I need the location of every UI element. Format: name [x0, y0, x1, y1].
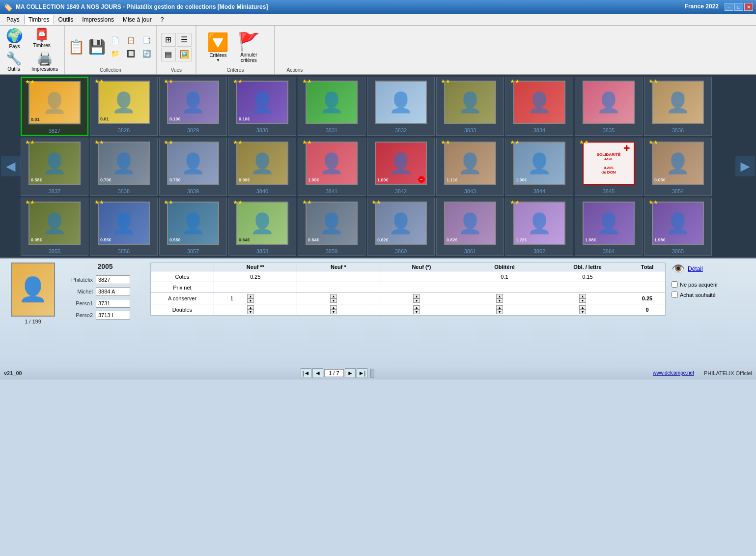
view-btn-1[interactable]: ⊞ — [161, 33, 176, 47]
criteres-button[interactable]: 🔽 Critères ▼ — [207, 32, 229, 62]
collection-icon-1[interactable]: 📋 — [67, 37, 86, 57]
collection-icon-3[interactable]: 📄 — [108, 34, 123, 47]
stamp-3858[interactable]: ★★ 0.64€ 👤 3858 — [228, 198, 296, 256]
collection-icon-8[interactable]: 🔄 — [140, 47, 154, 60]
website-link[interactable]: www.delcampe.net — [653, 370, 694, 376]
nav-last-button[interactable]: ►| — [357, 368, 367, 378]
collection-icon-4[interactable]: 📁 — [108, 47, 123, 60]
stamp-3828[interactable]: ★★ 0.01 👤 3828 — [90, 77, 158, 136]
prix-net-n2-input[interactable] — [242, 285, 269, 291]
right-nav-arrow[interactable]: ► — [735, 156, 755, 176]
detail-button[interactable]: 👁️ Détail — [672, 263, 703, 275]
outils-button[interactable]: 🔧 Outils — [3, 50, 25, 73]
maximize-button[interactable]: □ — [734, 3, 743, 11]
stamp-3841[interactable]: ★★ 1.00€ 👤 3841 — [298, 138, 365, 196]
stamp-3833[interactable]: ★★ 👤 3833 — [436, 77, 504, 136]
scrollbar-thumb[interactable] — [370, 369, 374, 378]
stamp-3862[interactable]: ★★ 1.22€ 👤 3862 — [505, 198, 573, 256]
perso1-input[interactable] — [96, 299, 130, 308]
timbres-button[interactable]: 📮 Timbres — [30, 27, 54, 50]
doubles-obl-l-input[interactable] — [549, 307, 579, 313]
stamp-3838[interactable]: ★★ 0.70€ 👤 3838 — [90, 138, 158, 196]
collection-icon-7[interactable]: 📑 — [140, 34, 154, 47]
stamp-3843[interactable]: ★★ 1.11€ 👤 3843 — [436, 138, 504, 196]
stamp-3840[interactable]: ★★ 0.90€ 👤 3840 — [228, 138, 296, 196]
cotes-neuf2-input[interactable] — [242, 274, 269, 280]
close-button[interactable]: ✕ — [744, 3, 753, 11]
view-btn-2[interactable]: ☰ — [177, 33, 192, 47]
stamp-3854[interactable]: ★★ 0.05€ 👤 3854 — [644, 138, 712, 196]
prix-net-obl-input[interactable] — [491, 285, 518, 291]
doubles-obl-up[interactable]: ▲ — [496, 305, 503, 310]
stamp-3857[interactable]: ★★ 0.55€ 👤 3857 — [159, 198, 227, 256]
a-conserver-obl-l-down[interactable]: ▼ — [579, 298, 586, 303]
stamp-3864[interactable]: 1.98€ 👤 3864 — [575, 198, 643, 256]
doubles-n0-down[interactable]: ▼ — [413, 310, 420, 314]
doubles-n0-input[interactable] — [383, 307, 413, 313]
collection-icon-5[interactable]: 📋 — [124, 34, 139, 47]
cotes-neuf1-input[interactable] — [325, 274, 352, 280]
stamp-3839[interactable]: ★★ 0.75€ 👤 3839 — [159, 138, 227, 196]
stamp-3844[interactable]: ★★ 1.90€ 👤 3844 — [505, 138, 573, 196]
cotes-neuf0-input[interactable] — [408, 274, 435, 280]
a-conserver-n0-up[interactable]: ▲ — [413, 294, 420, 298]
stamp-3860[interactable]: ★★ 0.82€ 👤 3860 — [367, 198, 435, 256]
michel-input[interactable] — [96, 287, 130, 296]
left-nav-arrow[interactable]: ◄ — [1, 156, 21, 176]
doubles-n2-down[interactable]: ▼ — [247, 310, 254, 314]
wish-purchase-checkbox[interactable] — [672, 292, 678, 298]
a-conserver-n2-input[interactable] — [217, 295, 247, 301]
stamp-3829[interactable]: ★★ 0.10€ 👤 3829 — [159, 77, 227, 136]
a-conserver-n0-input[interactable] — [383, 295, 413, 301]
stamp-3859[interactable]: ★★ 0.64€ 👤 3859 — [298, 198, 365, 256]
collection-icon-6[interactable]: 🔲 — [124, 47, 139, 60]
a-conserver-n1-down[interactable]: ▼ — [330, 298, 337, 303]
doubles-n1-up[interactable]: ▲ — [330, 305, 337, 310]
nav-first-button[interactable]: |◄ — [301, 368, 311, 378]
doubles-obl-down[interactable]: ▼ — [496, 310, 503, 314]
prix-net-n0-input[interactable] — [408, 285, 435, 291]
annuler-criteres-button[interactable]: 🚩 Annuler critères — [234, 31, 263, 63]
stamp-3865[interactable]: ★★ 1.98€ 👤 3865 — [644, 198, 712, 256]
a-conserver-n1-input[interactable] — [300, 295, 330, 301]
stamp-3845[interactable]: ★★ SOLIDARITÉASIE0.20€de DON ✚ 3845 — [575, 138, 643, 196]
impressions-button[interactable]: 🖨️ Impressions — [28, 50, 61, 73]
stamp-3837[interactable]: ★★ 0.58€ 👤 3837 — [21, 138, 88, 196]
doubles-n2-up[interactable]: ▲ — [247, 305, 254, 310]
stamp-3830[interactable]: ★★ 0.10€ 👤 3830 — [228, 77, 296, 136]
menu-outils[interactable]: Outils — [54, 15, 78, 25]
stamp-3856[interactable]: ★★ 0.55€ 👤 3856 — [90, 198, 158, 256]
doubles-obl-input[interactable] — [466, 307, 496, 313]
menu-help[interactable]: ? — [156, 15, 168, 25]
a-conserver-obl-l-input[interactable] — [549, 295, 579, 301]
a-conserver-obl-input[interactable] — [466, 295, 496, 301]
stamp-3855[interactable]: ★★ 0.05€ 👤 3855 — [21, 198, 88, 256]
stamp-3842[interactable]: 1.00€ 👤 − 3842 — [367, 138, 435, 196]
prix-net-obl-l-input[interactable] — [574, 285, 601, 291]
view-btn-4[interactable]: 🖼️ — [177, 48, 192, 61]
a-conserver-obl-down[interactable]: ▼ — [496, 298, 503, 303]
doubles-n1-down[interactable]: ▼ — [330, 310, 337, 314]
prix-net-n1-input[interactable] — [325, 285, 352, 291]
a-conserver-obl-l-up[interactable]: ▲ — [579, 294, 586, 298]
a-conserver-n1-up[interactable]: ▲ — [330, 294, 337, 298]
a-conserver-n2-down[interactable]: ▼ — [247, 298, 254, 303]
doubles-n1-input[interactable] — [300, 307, 330, 313]
menu-impressions[interactable]: Impressions — [78, 15, 118, 25]
menu-pays[interactable]: Pays — [2, 15, 24, 25]
doubles-n0-up[interactable]: ▲ — [413, 305, 420, 310]
doubles-obl-l-down[interactable]: ▼ — [579, 310, 586, 314]
a-conserver-n0-down[interactable]: ▼ — [413, 298, 420, 303]
nav-next-button[interactable]: ► — [345, 368, 356, 378]
menu-miseajour[interactable]: Mise à jour — [118, 15, 156, 25]
a-conserver-n2-up[interactable]: ▲ — [247, 294, 254, 298]
stamp-3834[interactable]: ★★ 👤 3834 — [505, 77, 573, 136]
collection-icon-2[interactable]: 💾 — [87, 37, 107, 57]
view-btn-3[interactable]: ▤ — [161, 48, 176, 61]
philatelix-input[interactable] — [96, 275, 130, 284]
stamp-3832[interactable]: 👤 3832 — [367, 77, 435, 136]
stamp-3827[interactable]: ★★ 0.01 👤 3827 — [21, 77, 88, 136]
cotes-oblitere-input[interactable] — [491, 274, 518, 280]
a-conserver-obl-up[interactable]: ▲ — [496, 294, 503, 298]
stamp-3861[interactable]: 0.82€ 👤 3861 — [436, 198, 504, 256]
